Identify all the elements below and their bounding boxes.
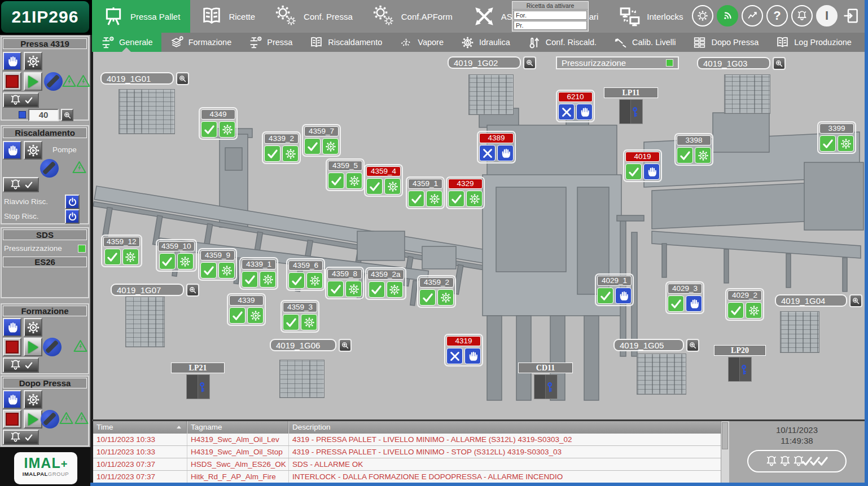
zoom-button[interactable] — [773, 57, 786, 70]
auto-running-tile[interactable] — [466, 191, 483, 207]
recipe-for-field[interactable]: For. — [514, 11, 587, 20]
stop-heating-button[interactable] — [65, 209, 80, 224]
manual-mode-button[interactable] — [3, 52, 21, 70]
settings-icon-button[interactable] — [692, 5, 713, 26]
auto-running-tile[interactable] — [426, 191, 442, 207]
zoom-button[interactable] — [523, 56, 536, 69]
scrollbar-thumb[interactable] — [722, 422, 728, 449]
status-ok-tile[interactable] — [104, 249, 121, 265]
auto-running-tile[interactable] — [746, 302, 762, 319]
selector-switch[interactable] — [43, 338, 62, 356]
stop-button[interactable] — [3, 410, 21, 428]
column-header-tagname[interactable]: Tagname — [187, 421, 289, 434]
info-icon-button[interactable]: I — [816, 5, 838, 26]
auto-running-tile[interactable] — [260, 271, 276, 288]
stop-button[interactable] — [3, 72, 21, 91]
restart-heating-button[interactable] — [65, 195, 80, 209]
auto-running-tile[interactable] — [322, 138, 339, 154]
status-ok-tile[interactable] — [264, 145, 280, 162]
tab-pressa[interactable]: Pressa — [240, 33, 301, 52]
zoom-button[interactable] — [339, 339, 352, 352]
auto-mode-button[interactable] — [24, 141, 42, 160]
auto-running-tile[interactable] — [387, 281, 403, 298]
tab-generale[interactable]: Generale — [92, 33, 161, 52]
status-ok-tile[interactable] — [201, 121, 217, 138]
top-nav-pressa-pallet[interactable]: Pressa Pallet — [92, 0, 190, 33]
manual-mode-tile[interactable] — [497, 145, 514, 161]
tab-log-produzione[interactable]: Log Produzione — [767, 33, 860, 52]
excluded-tile[interactable] — [479, 145, 496, 161]
status-ok-tile[interactable] — [283, 314, 299, 330]
auto-running-tile[interactable] — [346, 173, 362, 189]
alarm-table-row[interactable]: 10/11/2023 07:37 Hitk_Rd_F_AP_Alm_Fire I… — [93, 471, 729, 483]
tab-idraulica[interactable]: Idraulica — [452, 33, 519, 52]
start-button[interactable] — [24, 410, 42, 428]
top-nav-conf-pressa[interactable]: Conf. Pressa — [265, 0, 363, 33]
manual-mode-tile[interactable] — [615, 288, 632, 304]
selector-switch[interactable] — [40, 159, 59, 178]
auto-mode-button[interactable] — [24, 318, 42, 337]
status-ok-tile[interactable] — [625, 164, 642, 180]
status-ok-tile[interactable] — [159, 253, 176, 269]
alarm-icon-button[interactable] — [791, 5, 813, 26]
status-ok-tile[interactable] — [366, 178, 383, 195]
auto-running-tile[interactable] — [345, 281, 362, 297]
status-ok-tile[interactable] — [727, 302, 744, 319]
manual-mode-button[interactable] — [3, 318, 21, 337]
alarm-table-row[interactable]: 10/11/2023 07:37 HSDS_Swc_Alm_ES26_OK SD… — [93, 458, 729, 471]
status-ok-tile[interactable] — [597, 288, 613, 304]
zoom-button[interactable] — [186, 284, 199, 297]
acknowledge-all-alarms-button[interactable] — [747, 450, 847, 472]
alarm-table-row[interactable]: 10/11/2023 10:33 H4319_Swc_Alm_Oil_Lev 4… — [93, 434, 729, 446]
auto-running-tile[interactable] — [384, 178, 401, 195]
help-icon-button[interactable]: ? — [766, 5, 788, 26]
status-ok-tile[interactable] — [200, 262, 217, 279]
alarm-ack-button[interactable] — [3, 92, 39, 108]
key-switch[interactable] — [728, 357, 752, 382]
zoom-button[interactable] — [686, 339, 699, 352]
status-ok-tile[interactable] — [304, 138, 321, 154]
auto-running-tile[interactable] — [695, 147, 711, 164]
auto-running-tile[interactable] — [177, 253, 194, 269]
zoom-button[interactable] — [61, 109, 73, 121]
tab-dopo-pressa[interactable]: Dopo Pressa — [684, 33, 767, 52]
tab-conf-riscald[interactable]: Conf. Riscald. — [519, 33, 605, 52]
status-ok-tile[interactable] — [448, 191, 464, 207]
auto-running-tile[interactable] — [247, 307, 264, 324]
status-ok-tile[interactable] — [819, 135, 836, 152]
manual-mode-tile[interactable] — [686, 295, 702, 312]
auto-running-tile[interactable] — [301, 314, 317, 330]
status-ok-tile[interactable] — [328, 173, 344, 189]
status-ok-tile[interactable] — [668, 295, 684, 312]
start-button[interactable] — [24, 338, 42, 356]
manual-mode-tile[interactable] — [464, 348, 481, 364]
status-ok-tile[interactable] — [677, 147, 693, 164]
top-nav-interlocks[interactable]: Interlocks — [608, 0, 693, 33]
tab-riscaldamento[interactable]: Riscaldamento — [301, 33, 391, 52]
auto-running-tile[interactable] — [282, 145, 299, 162]
stop-button[interactable] — [3, 338, 21, 356]
zoom-button[interactable] — [849, 294, 862, 307]
auto-running-tile[interactable] — [218, 262, 235, 279]
status-ok-tile[interactable] — [419, 289, 436, 306]
excluded-tile[interactable] — [446, 348, 463, 364]
excluded-tile[interactable] — [558, 104, 575, 120]
status-ok-tile[interactable] — [327, 281, 344, 297]
manual-mode-button[interactable] — [3, 141, 21, 160]
wireless-icon-button[interactable] — [717, 5, 738, 26]
key-switch[interactable] — [534, 374, 558, 399]
tab-formazione[interactable]: Formazione — [161, 33, 240, 52]
tab-vapore[interactable]: Vapore — [391, 33, 452, 52]
trend-icon-button[interactable] — [742, 5, 763, 26]
status-ok-tile[interactable] — [369, 281, 385, 298]
alarm-ack-button[interactable] — [3, 430, 39, 445]
auto-running-tile[interactable] — [122, 249, 139, 265]
key-switch[interactable] — [619, 99, 643, 124]
auto-mode-button[interactable] — [24, 52, 42, 70]
zoom-button[interactable] — [176, 72, 189, 85]
auto-running-tile[interactable] — [306, 272, 323, 289]
status-ok-tile[interactable] — [229, 307, 246, 324]
auto-mode-button[interactable] — [24, 390, 42, 409]
auto-running-tile[interactable] — [838, 135, 854, 152]
top-nav-ricette[interactable]: Ricette — [190, 0, 265, 33]
